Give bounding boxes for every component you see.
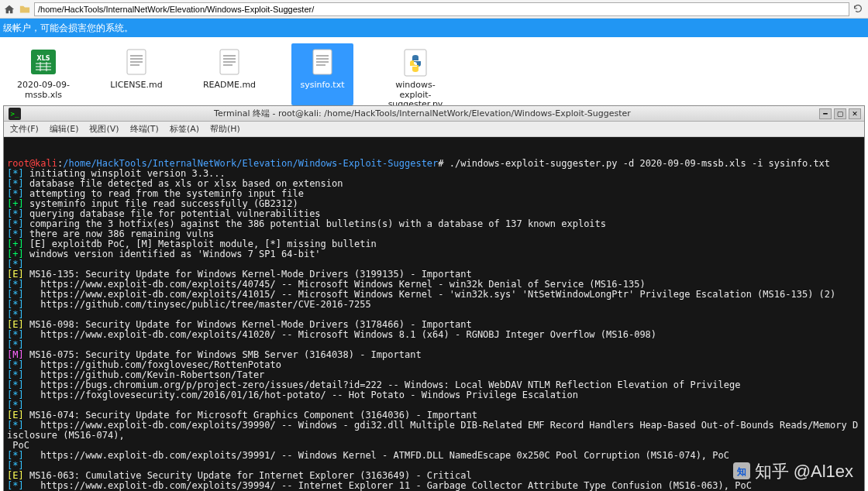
file-name: 2020-09-09-mssb.xls (14, 81, 73, 100)
terminal-titlebar[interactable]: >_ Terminal 终端 - root@kali: /home/HackTo… (4, 106, 864, 122)
root-warning-banner: 级帐户，可能会损害您的系统。 (0, 19, 868, 37)
terminal-window: >_ Terminal 终端 - root@kali: /home/HackTo… (3, 105, 865, 491)
close-button[interactable]: ✕ (849, 108, 861, 119)
terminal-title: Terminal 终端 - root@kali: /home/HackTools… (26, 108, 819, 119)
menu-item[interactable]: 文件(F) (10, 123, 39, 135)
txt-file-icon (214, 46, 245, 77)
file-name: README.md (203, 81, 256, 91)
terminal-line: [+] windows version identified as 'Windo… (7, 249, 861, 259)
file-item[interactable]: README.md (198, 43, 260, 105)
terminal-line: [*] https://www.exploit-db.com/exploits/… (7, 481, 861, 491)
svg-text:XLS: XLS (36, 55, 50, 62)
menu-item[interactable]: 标签(A) (170, 123, 199, 135)
xls-file-icon: XLS (28, 46, 59, 77)
file-name: LICENSE.md (110, 81, 162, 91)
terminal-line: [*] https://www.exploit-db.com/exploits/… (7, 330, 861, 340)
py-file-icon (400, 46, 431, 77)
menu-item[interactable]: 编辑(E) (50, 123, 79, 135)
location-bar (0, 0, 868, 19)
maximize-button[interactable]: ▢ (834, 108, 846, 119)
folder-icon (19, 3, 31, 15)
file-pane[interactable]: XLS2020-09-09-mssb.xlsLICENSE.mdREADME.m… (0, 37, 868, 105)
file-item[interactable]: windows-exploit-suggester.py (384, 43, 446, 105)
svg-rect-0 (31, 50, 56, 74)
file-item[interactable]: sysinfo.txt (291, 43, 353, 105)
txt-file-icon (121, 46, 152, 77)
file-item[interactable]: XLS2020-09-09-mssb.xls (12, 43, 74, 105)
terminal-body[interactable]: root@kali:/home/HackTools/InternalNetWor… (4, 137, 864, 491)
txt-file-icon (307, 46, 338, 77)
file-name: sysinfo.txt (300, 81, 344, 91)
file-item[interactable]: LICENSE.md (105, 43, 167, 105)
terminal-menubar[interactable]: 文件(F)编辑(E)视图(V)终端(T)标签(A)帮助(H) (4, 122, 864, 137)
terminal-line: [*] https://github.com/tinysec/public/tr… (7, 300, 861, 310)
menu-item[interactable]: 帮助(H) (210, 123, 240, 135)
warning-text: 级帐户，可能会损害您的系统。 (3, 22, 133, 35)
path-input[interactable] (34, 2, 849, 16)
home-icon[interactable] (3, 3, 16, 15)
terminal-line: [*] https://www.exploit-db.com/exploits/… (7, 421, 861, 441)
menu-item[interactable]: 视图(V) (89, 123, 119, 135)
terminal-line: [*] https://www.exploit-db.com/exploits/… (7, 451, 861, 461)
terminal-line: [*] https://foxglovesecurity.com/2016/01… (7, 390, 861, 400)
terminal-icon: >_ (9, 108, 21, 120)
refresh-icon[interactable] (852, 3, 865, 15)
menu-item[interactable]: 终端(T) (130, 123, 159, 135)
minimize-button[interactable]: ━ (819, 108, 832, 119)
